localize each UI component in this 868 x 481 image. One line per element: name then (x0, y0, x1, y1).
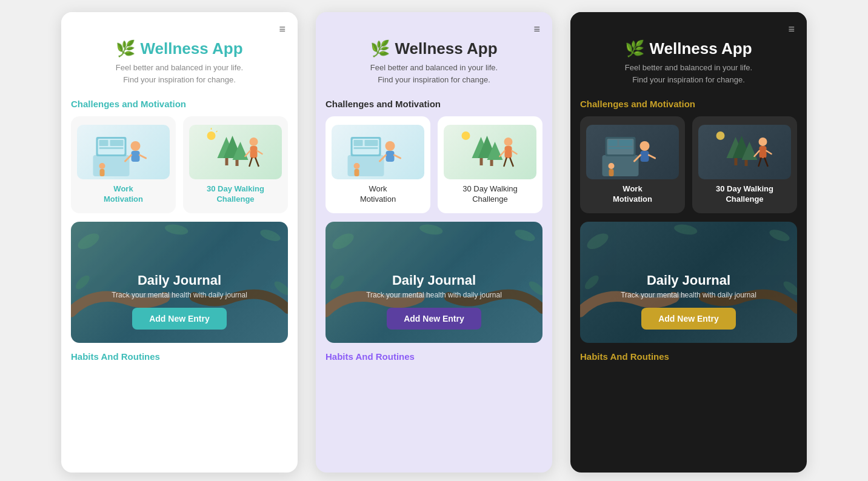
svg-rect-69 (641, 151, 649, 162)
work-label-light: WorkMotivation (104, 184, 143, 205)
svg-point-79 (759, 138, 767, 146)
svg-line-20 (258, 151, 262, 154)
habits-title-dark: Habits And Routines (580, 351, 797, 362)
svg-rect-62 (603, 155, 639, 176)
journal-content-purple: Daily Journal Track your mental health w… (326, 263, 542, 343)
walking-label-light: 30 Day WalkingChallenge (207, 184, 264, 205)
app-title-dark: Wellness App (649, 39, 752, 58)
header-top-light: ≡ (72, 23, 287, 36)
walking-illus-dark (698, 125, 791, 179)
svg-rect-73 (609, 169, 614, 176)
svg-rect-7 (132, 151, 140, 162)
work-motivation-card-purple[interactable]: WorkMotivation (326, 116, 430, 213)
svg-point-87 (768, 227, 791, 243)
walking-card-light[interactable]: 30 Day WalkingChallenge (183, 116, 288, 213)
app-header-dark: ≡ 🌿 Wellness App Feel better and balance… (570, 12, 807, 96)
svg-rect-47 (480, 158, 483, 165)
svg-line-83 (759, 158, 761, 166)
habits-title-light: Habits And Routines (71, 351, 288, 362)
svg-line-41 (395, 155, 401, 158)
journal-card-purple[interactable]: Daily Journal Track your mental health w… (326, 222, 542, 343)
tagline-purple: Feel better and balanced in your life.Fi… (370, 62, 498, 90)
svg-point-68 (640, 141, 650, 151)
svg-point-30 (164, 223, 189, 236)
cards-grid-purple: WorkMotivation (326, 116, 542, 213)
journal-title-light: Daily Journal (81, 273, 278, 288)
work-motivation-card-dark[interactable]: WorkMotivation (580, 116, 685, 213)
phone-dark: ≡ 🌿 Wellness App Feel better and balance… (570, 12, 807, 473)
svg-point-85 (716, 131, 725, 140)
svg-point-10 (99, 163, 105, 169)
svg-point-23 (207, 131, 216, 140)
work-illus-light (77, 125, 170, 179)
svg-point-55 (462, 131, 470, 140)
svg-line-51 (500, 151, 505, 156)
app-content-dark: Challenges and Motivation (570, 96, 807, 473)
svg-rect-36 (365, 140, 378, 146)
walking-card-dark[interactable]: 30 Day WalkingChallenge (692, 116, 797, 213)
app-header-light: ≡ 🌿 Wellness App Feel better and balance… (61, 12, 298, 96)
hamburger-icon-light[interactable]: ≡ (279, 23, 287, 36)
svg-line-84 (765, 158, 768, 166)
svg-rect-78 (745, 160, 748, 166)
journal-btn-light[interactable]: Add New Entry (132, 308, 227, 330)
svg-line-52 (512, 151, 517, 154)
brand-row-purple: 🌿 Wellness App (370, 39, 497, 58)
journal-title-dark: Daily Journal (590, 273, 787, 288)
work-motivation-card-light[interactable]: WorkMotivation (71, 116, 176, 213)
header-top-purple: ≡ (327, 23, 541, 36)
app-content-purple: Challenges and Motivation (316, 96, 552, 473)
svg-rect-77 (735, 158, 738, 165)
svg-rect-66 (619, 140, 633, 146)
challenges-title-purple: Challenges and Motivation (326, 99, 542, 109)
challenges-title-light: Challenges and Motivation (71, 99, 288, 109)
journal-btn-purple[interactable]: Add New Entry (387, 308, 481, 330)
work-illus-purple (332, 125, 424, 179)
svg-line-71 (649, 155, 655, 158)
svg-point-49 (504, 138, 513, 146)
work-svg-purple (332, 125, 424, 179)
phone-light: ≡ 🌿 Wellness App Feel better and balance… (61, 12, 298, 473)
journal-card-dark[interactable]: Daily Journal Track your mental health w… (580, 222, 797, 343)
svg-rect-65 (609, 140, 618, 146)
svg-rect-11 (100, 169, 105, 176)
work-label-dark: WorkMotivation (613, 184, 652, 205)
work-svg-dark (586, 125, 679, 179)
svg-line-19 (245, 151, 250, 156)
journal-content-dark: Daily Journal Track your mental health w… (580, 263, 797, 343)
walking-card-purple[interactable]: 30 Day WalkingChallenge (438, 116, 542, 213)
walking-illus-light (189, 125, 282, 179)
cards-grid-light: WorkMotivation (71, 116, 288, 213)
hamburger-icon-dark[interactable]: ≡ (788, 23, 796, 36)
journal-title-purple: Daily Journal (335, 273, 533, 288)
app-title-light: Wellness App (140, 39, 242, 58)
svg-point-60 (419, 223, 444, 236)
journal-card-light[interactable]: Daily Journal Track your mental health w… (71, 222, 288, 343)
svg-line-21 (250, 158, 252, 166)
svg-rect-5 (99, 147, 124, 149)
svg-rect-18 (250, 146, 258, 158)
challenges-title-dark: Challenges and Motivation (580, 99, 797, 109)
walking-svg-dark (698, 125, 791, 179)
hamburger-icon-purple[interactable]: ≡ (533, 23, 541, 36)
journal-btn-dark[interactable]: Add New Entry (641, 308, 736, 330)
svg-rect-37 (354, 147, 378, 149)
header-top-dark: ≡ (581, 23, 796, 36)
walking-label-purple: 30 Day WalkingChallenge (462, 184, 518, 205)
habits-title-purple: Habits And Routines (326, 351, 542, 362)
app-logo-light: 🌿 (116, 39, 135, 58)
journal-subtitle-light: Track your mental health with daily jour… (81, 291, 278, 299)
svg-rect-0 (93, 155, 130, 176)
walking-illus-purple (444, 125, 536, 179)
tagline-dark: Feel better and balanced in your life.Fi… (625, 62, 752, 90)
tagline-light: Feel better and balanced in your life.Fi… (116, 62, 243, 90)
brand-row-light: 🌿 Wellness App (116, 39, 242, 58)
app-title-purple: Wellness App (395, 39, 497, 58)
svg-line-81 (755, 151, 760, 156)
svg-point-6 (131, 141, 141, 151)
svg-line-22 (256, 158, 259, 166)
svg-point-57 (513, 227, 536, 243)
app-header-purple: ≡ 🌿 Wellness App Feel better and balance… (316, 12, 552, 96)
brand-row-dark: 🌿 Wellness App (625, 39, 752, 58)
svg-rect-32 (348, 155, 384, 176)
